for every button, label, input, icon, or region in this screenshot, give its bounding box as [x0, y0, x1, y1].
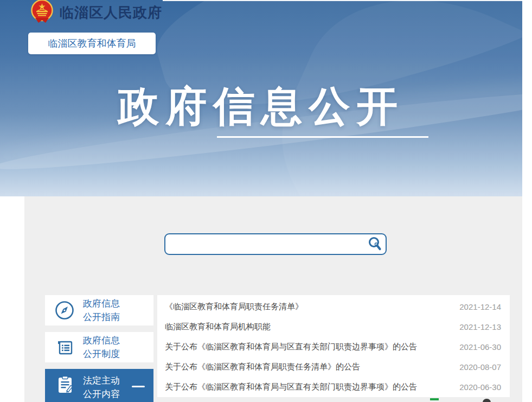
cutoff-footer-icon-green	[430, 398, 439, 400]
article-row[interactable]: 关于公布《临淄区教育和体育局与区直有关部门职责边界事项》的公告 2020-06-…	[157, 377, 510, 397]
cutoff-footer-icon-dark	[483, 399, 491, 402]
content-panel: 政府信息 公开指南 政府信息 公开制度	[24, 196, 522, 402]
article-row[interactable]: 关于公布《临淄区教育和体育局职责任务清单》的公告 2020-08-07	[157, 357, 510, 377]
banner-top-edge	[163, 0, 522, 1]
article-title[interactable]: 关于公布《临淄区教育和体育局职责任务清单》的公告	[165, 362, 360, 372]
site-title: 临淄区人民政府	[60, 3, 162, 22]
banner: 临淄区人民政府 临淄区教育和体育局 政府信息公开	[0, 0, 522, 196]
clipboard-pencil-icon	[54, 374, 75, 395]
search-bar	[164, 233, 387, 255]
sidebar-item-label: 政府信息 公开指南	[83, 297, 120, 324]
title-underline	[217, 136, 428, 138]
sidebar: 政府信息 公开指南 政府信息 公开制度	[45, 295, 153, 402]
article-date: 2020-06-30	[459, 382, 501, 392]
article-title[interactable]: 关于公布《临淄区教育和体育局与区直有关部门职责边界事项》的公告	[165, 382, 417, 392]
search-button[interactable]	[364, 234, 386, 254]
sidebar-item-system[interactable]: 政府信息 公开制度	[45, 332, 153, 362]
article-row[interactable]: 《临淄区教育和体育局职责任务清单》 2021-12-14	[157, 297, 510, 317]
search-input[interactable]	[165, 234, 364, 254]
sidebar-item-legal-disclosure[interactable]: 法定主动 公开内容	[45, 369, 153, 402]
article-date: 2020-08-07	[459, 362, 501, 372]
article-list: 《临淄区教育和体育局职责任务清单》 2021-12-14 临淄区教育和体育局机构…	[157, 295, 510, 397]
article-date: 2021-12-13	[459, 322, 501, 331]
article-row[interactable]: 关于公布《临淄区教育和体育局与区直有关部门职责边界事项》的公告 2021-06-…	[157, 337, 510, 357]
magnifier-icon	[368, 237, 382, 252]
sidebar-item-guide[interactable]: 政府信息 公开指南	[45, 295, 153, 326]
sidebar-item-label: 政府信息 公开制度	[83, 334, 120, 361]
article-date: 2021-12-14	[459, 302, 501, 311]
page-title: 政府信息公开	[0, 81, 522, 131]
collapse-minus-icon[interactable]	[132, 386, 145, 387]
article-title[interactable]: 临淄区教育和体育局机构职能	[165, 322, 271, 332]
document-lines-icon	[54, 336, 75, 358]
article-title[interactable]: 关于公布《临淄区教育和体育局与区直有关部门职责边界事项》的公告	[165, 342, 417, 352]
article-row[interactable]: 临淄区教育和体育局机构职能 2021-12-13	[157, 317, 510, 337]
site-header: 临淄区人民政府	[30, 0, 162, 23]
department-button[interactable]: 临淄区教育和体育局	[28, 33, 156, 54]
article-title[interactable]: 《临淄区教育和体育局职责任务清单》	[165, 302, 303, 312]
sidebar-item-label: 法定主动 公开内容	[83, 374, 120, 401]
national-emblem-icon	[30, 0, 54, 23]
article-date: 2021-06-30	[459, 342, 501, 352]
compass-icon	[54, 299, 75, 321]
